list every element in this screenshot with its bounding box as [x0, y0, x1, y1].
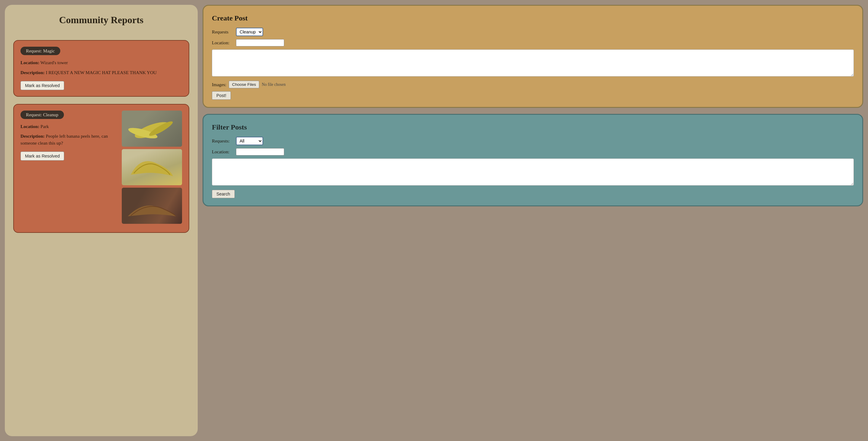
filter-posts-title: Filter Posts: [212, 123, 854, 131]
search-button[interactable]: Search: [212, 190, 235, 198]
create-requests-label: Requests: [212, 29, 233, 35]
banana-svg-3: [125, 189, 179, 222]
create-requests-select[interactable]: Cleanup Magic Other: [236, 28, 263, 36]
create-location-label: Location:: [212, 40, 233, 45]
no-file-text: No file chosen: [261, 82, 285, 87]
request-badge-1: Request: Magic: [21, 47, 60, 55]
report-description-1: Description: I REQUEST A NEW MAGIC HAT P…: [21, 69, 182, 76]
filter-posts-card: Filter Posts Requests: All Cleanup Magic…: [203, 114, 863, 206]
report-card-2: Request: Cleanup Location: Park Descript…: [13, 104, 189, 233]
report-image-2-1: [122, 111, 182, 147]
report-location-1: Location: Wizard's tower: [21, 59, 182, 66]
filter-requests-label: Requests:: [212, 138, 233, 144]
report-card-1: Request: Magic Location: Wizard's tower …: [13, 40, 189, 97]
mark-resolved-button-2[interactable]: Mark as Resolved: [21, 152, 64, 161]
create-images-label: Images:: [212, 82, 226, 87]
filter-description-textarea[interactable]: [212, 158, 854, 186]
create-post-card: Create Post Requests Cleanup Magic Other…: [203, 5, 863, 108]
right-panel: Create Post Requests Cleanup Magic Other…: [203, 0, 868, 441]
filter-location-label: Location:: [212, 149, 233, 155]
banana-svg-1: [125, 112, 179, 145]
report-image-2-3: [122, 188, 182, 224]
mark-resolved-button-1[interactable]: Mark as Resolved: [21, 81, 64, 90]
create-requests-row: Requests Cleanup Magic Other: [212, 28, 854, 36]
filter-location-row: Location:: [212, 148, 854, 155]
create-post-title: Create Post: [212, 14, 854, 22]
filter-requests-select[interactable]: All Cleanup Magic Other: [236, 137, 263, 145]
post-button[interactable]: Post!: [212, 91, 231, 100]
report-image-2-2: [122, 149, 182, 185]
page-title: Community Reports: [13, 14, 189, 26]
filter-requests-row: Requests: All Cleanup Magic Other: [212, 137, 854, 145]
request-badge-2: Request: Cleanup: [21, 111, 64, 119]
banana-svg-2: [125, 151, 179, 184]
filter-location-input[interactable]: [236, 148, 284, 155]
create-images-row: Images: Choose Files No file chosen: [212, 81, 854, 88]
left-panel: Community Reports Request: Magic Locatio…: [5, 5, 198, 436]
report-images-2: [122, 111, 182, 224]
create-location-row: Location:: [212, 39, 854, 46]
create-location-input[interactable]: [236, 39, 284, 46]
create-description-textarea[interactable]: [212, 50, 854, 76]
choose-files-button[interactable]: Choose Files: [229, 81, 259, 88]
